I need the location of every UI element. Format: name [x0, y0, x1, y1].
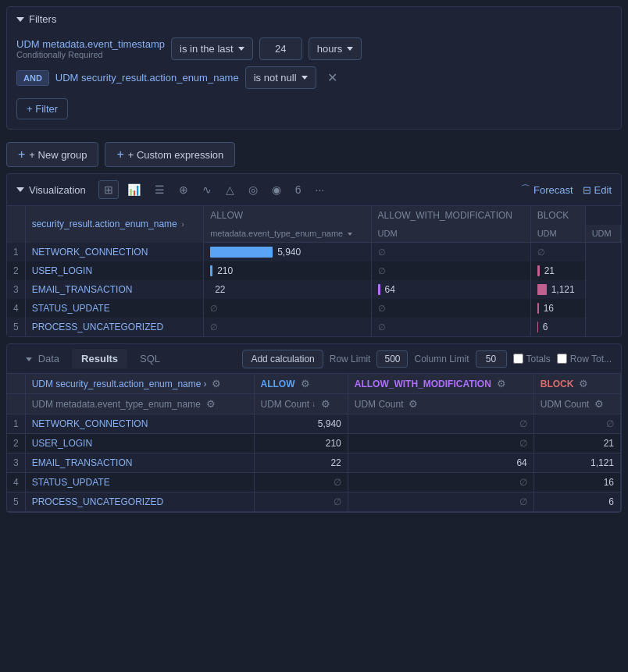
row-name: NETWORK_CONNECTION [25, 414, 254, 434]
tab-results[interactable]: Results [72, 349, 127, 368]
data-tabs-bar: Data Results SQL Add calculation Row Lim… [7, 344, 621, 374]
row-name: EMAIL_TRANSACTION [25, 453, 254, 473]
area-chart-button[interactable]: △ [220, 180, 240, 199]
result-allow-mod: 64 [348, 453, 533, 473]
totals-checkbox[interactable] [513, 354, 523, 364]
row-num: 1 [7, 243, 25, 262]
results-allow-header: ALLOW ⚙ [261, 378, 341, 389]
allow-mod-gear-icon[interactable]: ⚙ [497, 378, 506, 389]
result-allow: 5,940 [254, 414, 348, 434]
chevron-icon-unit [347, 47, 353, 51]
allow-cell: ∅ [204, 318, 371, 336]
add-filter-button[interactable]: + Filter [16, 98, 68, 119]
bar-chart-button[interactable]: 📊 [122, 180, 146, 199]
scatter-view-button[interactable]: ⊕ [173, 180, 194, 199]
row-num: 1 [7, 414, 25, 434]
line-chart-button[interactable]: ∿ [197, 180, 217, 199]
visualization-section: Visualization ⊞ 📊 ☰ ⊕ ∿ △ ◎ ◉ 6 ··· ⌒ Fo… [6, 173, 622, 337]
results-block-header: BLOCK ⚙ [541, 378, 614, 389]
block-cell: 1,121 [530, 280, 585, 299]
result-allow-mod: ∅ [348, 473, 533, 492]
result-allow-mod: ∅ [348, 492, 533, 512]
more-options-button[interactable]: ··· [310, 180, 330, 199]
result-allow: ∅ [254, 473, 348, 492]
viz-allow-header: ALLOW [210, 210, 243, 221]
result-block: 6 [533, 492, 620, 512]
col1-gear-icon[interactable]: ⚙ [212, 378, 221, 389]
row-totals-checkbox[interactable] [557, 354, 567, 364]
sub-block-gear-icon[interactable]: ⚙ [594, 398, 604, 410]
allow-mod-cell: 64 [371, 280, 530, 299]
filter-field-sub-1: Conditionally Required [16, 50, 165, 59]
viz-table: security_result.action_enum_name › ALLOW… [7, 206, 621, 336]
row-name: PROCESS_UNCATEGORIZED [25, 318, 203, 336]
allow-gear-icon[interactable]: ⚙ [301, 378, 310, 389]
custom-expression-button[interactable]: + + Custom expression [105, 142, 235, 167]
filter-unit-dropdown[interactable]: hours [309, 37, 362, 60]
remove-filter-button[interactable]: ✕ [323, 69, 342, 87]
plus-icon-custom: + [116, 148, 123, 161]
result-block: ∅ [533, 414, 620, 434]
sub-col1-gear-icon[interactable]: ⚙ [206, 398, 216, 410]
row-name: STATUS_UPDATE [25, 299, 203, 318]
allow-mod-cell: ∅ [371, 299, 530, 318]
block-gear-icon[interactable]: ⚙ [579, 378, 588, 389]
tab-data[interactable]: Data [16, 349, 69, 368]
viz-table-row: 1 NETWORK_CONNECTION 5,940 ∅ ∅ [7, 243, 621, 262]
results-table-row: 5 PROCESS_UNCATEGORIZED ∅ ∅ 6 [7, 492, 621, 512]
row-name: EMAIL_TRANSACTION [25, 280, 203, 299]
map-view-button[interactable]: ◉ [266, 180, 287, 199]
allow-cell: 22 [204, 280, 371, 299]
filter-operator-dropdown-2[interactable]: is not null [245, 66, 316, 89]
row-totals-checkbox-label[interactable]: Row Tot... [557, 354, 612, 364]
filter-value-input[interactable] [259, 37, 302, 60]
results-col1-header: UDM security_result.action_enum_name › ⚙ [32, 378, 248, 389]
results-allow-mod-header: ALLOW_WITH_MODIFICATION ⚙ [355, 378, 527, 389]
table-view-button[interactable]: ⊞ [98, 180, 119, 199]
viz-header: Visualization ⊞ 📊 ☰ ⊕ ∿ △ ◎ ◉ 6 ··· ⌒ Fo… [7, 174, 621, 206]
allow-mod-cell: ∅ [371, 261, 530, 280]
new-group-button[interactable]: + + New group [6, 142, 98, 167]
bottom-actions: + + New group + + Custom expression [0, 136, 628, 173]
filter-row-2: AND UDM security_result.action_enum_name… [16, 66, 612, 89]
row-name: USER_LOGIN [25, 261, 203, 280]
add-calculation-button[interactable]: Add calculation [242, 350, 323, 368]
viz-toolbar: ⊞ 📊 ☰ ⊕ ∿ △ ◎ ◉ 6 ··· [98, 180, 514, 199]
tab-sql[interactable]: SQL [130, 349, 169, 368]
col-limit-value[interactable]: 50 [476, 350, 507, 368]
number-view-button[interactable]: 6 [290, 180, 307, 199]
row-num: 3 [7, 280, 25, 299]
filter-field-name-1: UDM metadata.event_timestamp [16, 38, 165, 50]
allow-mod-cell: ∅ [371, 318, 530, 336]
col-limit-label: Column Limit [414, 354, 469, 364]
edit-button[interactable]: ⊟ Edit [583, 184, 612, 196]
block-cell: ∅ [530, 243, 585, 262]
block-cell: 6 [530, 318, 585, 336]
row-limit-label: Row Limit [330, 354, 371, 364]
forecast-button[interactable]: ⌒ Forecast [520, 183, 573, 197]
and-badge: AND [16, 70, 49, 86]
viz-title: Visualization [16, 184, 86, 196]
block-cell: 16 [530, 299, 585, 318]
filters-body: UDM metadata.event_timestamp Conditional… [7, 31, 621, 129]
row-limit-value[interactable]: 500 [376, 350, 408, 368]
list-view-button[interactable]: ☰ [149, 180, 170, 199]
forecast-icon: ⌒ [520, 183, 530, 197]
row-num: 2 [7, 261, 25, 280]
donut-chart-button[interactable]: ◎ [243, 180, 263, 199]
totals-checkbox-label[interactable]: Totals [513, 354, 551, 364]
allow-mod-cell: ∅ [371, 243, 530, 262]
row-name: USER_LOGIN [25, 434, 254, 453]
filter-field-name-2: UDM security_result.action_enum_name [55, 72, 239, 84]
result-allow-mod: ∅ [348, 434, 533, 453]
filters-header[interactable]: Filters [7, 7, 621, 31]
sub-allow-mod-gear-icon[interactable]: ⚙ [409, 398, 418, 410]
filter-field-1: UDM metadata.event_timestamp Conditional… [16, 38, 165, 59]
block-cell: 21 [530, 261, 585, 280]
sub-allow-gear-icon[interactable]: ⚙ [321, 398, 330, 410]
filter-operator-dropdown-1[interactable]: is in the last [171, 37, 253, 60]
row-num: 3 [7, 453, 25, 473]
chevron-icon-2 [302, 76, 308, 80]
col1-expand-icon: › [181, 219, 184, 229]
allow-cell: 5,940 [204, 243, 371, 262]
